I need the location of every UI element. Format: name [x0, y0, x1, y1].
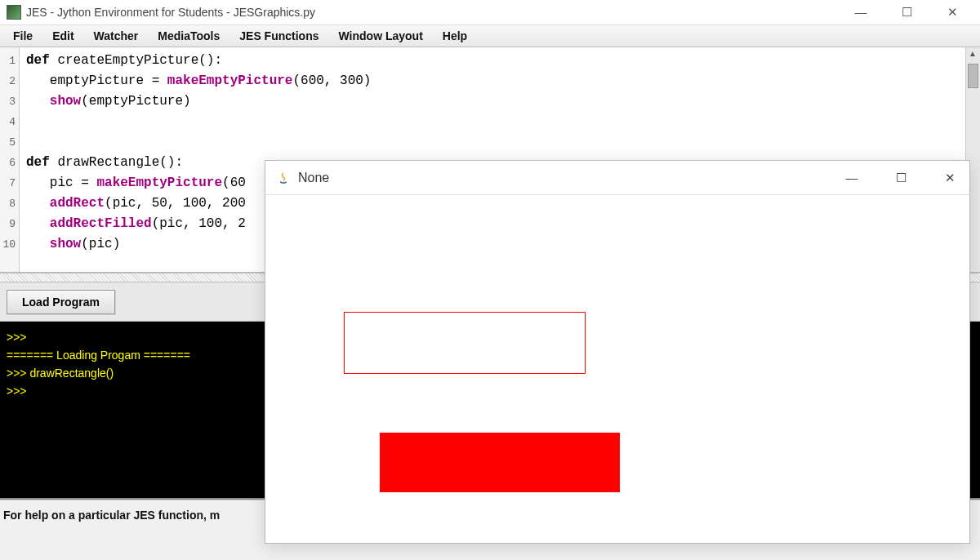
line-number: 3 [0, 91, 16, 112]
main-title-bar: JES - Jython Environment for Students - … [0, 0, 980, 24]
popup-maximize-button[interactable]: ☐ [891, 171, 911, 185]
menu-mediatools[interactable]: MediaTools [148, 26, 229, 46]
popup-window-controls: — ☐ ✕ [842, 171, 960, 185]
menu-window-layout[interactable]: Window Layout [329, 26, 433, 46]
outline-rectangle [344, 312, 586, 374]
line-number: 5 [0, 132, 16, 153]
line-number: 2 [0, 71, 16, 91]
java-icon [275, 170, 292, 186]
graphics-canvas [265, 195, 969, 543]
filled-rectangle [380, 433, 620, 492]
line-number: 6 [0, 153, 16, 173]
line-number: 8 [0, 193, 16, 214]
maximize-button[interactable]: ☐ [895, 5, 918, 20]
popup-minimize-button[interactable]: — [842, 171, 862, 185]
line-number: 7 [0, 173, 16, 193]
popup-title-bar: None — ☐ ✕ [265, 161, 969, 195]
menu-jes-functions[interactable]: JES Functions [229, 26, 328, 46]
line-number: 4 [0, 112, 16, 132]
console-line: >>> [7, 384, 29, 398]
menu-edit[interactable]: Edit [42, 26, 83, 46]
console-line: >>> drawRectangle() [7, 367, 114, 380]
line-number: 10 [0, 234, 16, 255]
console-line: >>> [7, 331, 29, 344]
menu-file[interactable]: File [3, 26, 42, 46]
menu-bar: File Edit Watcher MediaTools JES Functio… [0, 24, 980, 47]
console-line: ======= Loading Progam ======= [7, 349, 190, 362]
app-icon [7, 5, 21, 20]
line-number: 9 [0, 214, 16, 234]
scrollbar-thumb[interactable] [968, 64, 978, 88]
window-title: JES - Jython Environment for Students - … [26, 6, 849, 19]
load-program-button[interactable]: Load Program [7, 290, 115, 314]
status-text: For help on a particular JES function, m [3, 509, 220, 522]
minimize-button[interactable]: — [849, 5, 872, 20]
menu-watcher[interactable]: Watcher [84, 26, 149, 46]
popup-title: None [298, 171, 842, 185]
popup-close-button[interactable]: ✕ [940, 171, 960, 185]
line-number: 1 [0, 51, 16, 71]
close-button[interactable]: ✕ [941, 5, 964, 20]
menu-help[interactable]: Help [433, 26, 477, 46]
window-controls: — ☐ ✕ [849, 5, 973, 20]
scroll-up-icon[interactable]: ▲ [969, 49, 977, 58]
line-number-gutter: 1 2 3 4 5 6 7 8 9 10 [0, 47, 20, 272]
graphics-window: None — ☐ ✕ [265, 160, 970, 544]
